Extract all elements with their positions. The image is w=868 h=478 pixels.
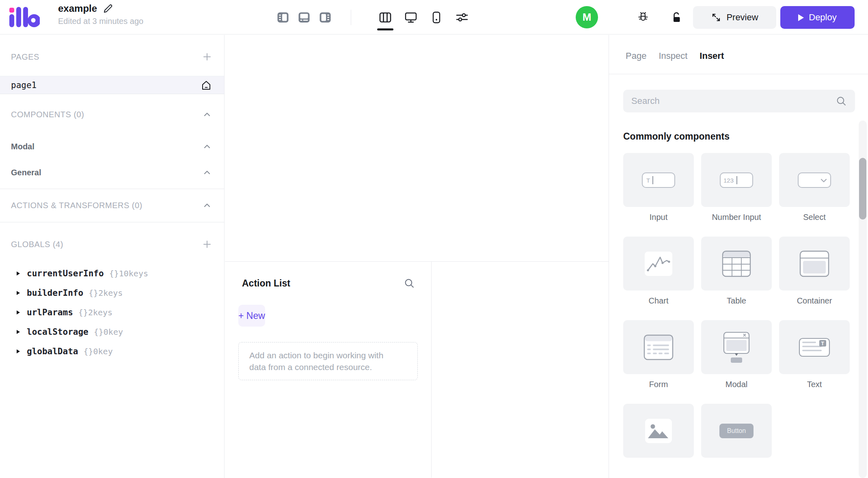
number-input-widget-icon: 123 [718, 171, 755, 189]
right-panel: Page Inspect Insert Commonly components … [609, 35, 868, 478]
new-action-label: + New [238, 310, 265, 321]
components-section-header[interactable]: COMPONENTS (0) [11, 108, 212, 121]
avatar[interactable]: M [576, 6, 598, 28]
app-title: example [58, 3, 97, 14]
component-card-text[interactable]: T Text [779, 320, 850, 404]
tab-inspect[interactable]: Inspect [659, 51, 687, 61]
table-widget-icon [721, 250, 752, 278]
add-global-button[interactable] [202, 239, 212, 249]
svg-text:T: T [821, 341, 825, 347]
desktop-preview-button[interactable] [404, 11, 418, 24]
collapse-general-chevron-icon[interactable] [202, 168, 212, 177]
component-card-number-input[interactable]: 123 Number Input [701, 153, 772, 237]
component-group-modal[interactable]: Modal [11, 140, 212, 153]
toggle-bottom-panel-button[interactable] [298, 11, 310, 24]
component-label: Container [779, 295, 850, 306]
global-name: urlParams [27, 308, 73, 317]
component-card-image[interactable] [623, 404, 694, 458]
bottom-panel: Action List + New Add an action to begin… [225, 262, 609, 478]
collapse-components-chevron-icon[interactable] [202, 110, 212, 119]
global-value: {}2keys [89, 288, 123, 298]
component-card-input[interactable]: T Input [623, 153, 694, 237]
edited-status: Edited at 3 minutes ago [58, 17, 143, 26]
tablet-icon [430, 11, 443, 24]
right-panel-tabs: Page Inspect Insert [609, 35, 868, 74]
action-empty-state: Add an action to begin working with data… [238, 342, 418, 380]
edit-title-pencil-icon[interactable] [103, 3, 113, 14]
caret-right-icon[interactable] [15, 349, 21, 354]
add-page-button[interactable] [202, 52, 212, 62]
new-action-button[interactable]: + New [238, 305, 265, 327]
caret-right-icon[interactable] [15, 310, 21, 315]
editor-center: Action List + New Add an action to begin… [225, 35, 609, 478]
toggle-left-panel-button[interactable] [277, 11, 289, 24]
component-card-select[interactable]: Select [779, 153, 850, 237]
fluid-width-view-button[interactable] [378, 11, 392, 24]
component-card-container[interactable]: Container [779, 237, 850, 320]
unlock-icon [670, 11, 683, 24]
global-name: globalData [27, 347, 78, 356]
sidebar-divider [0, 189, 224, 189]
svg-text:T: T [646, 177, 650, 184]
preview-button[interactable]: Preview [693, 6, 776, 29]
global-value: {}2keys [78, 308, 112, 317]
component-card-modal[interactable]: Modal [701, 320, 772, 404]
component-card-chart[interactable]: Chart [623, 237, 694, 320]
access-lock-button[interactable] [670, 11, 683, 24]
caret-right-icon[interactable] [15, 329, 21, 335]
page-list-item-page1[interactable]: page1 [0, 76, 224, 94]
component-label: Table [701, 295, 772, 306]
search-actions-icon[interactable] [404, 278, 415, 289]
global-value: {}0key [94, 327, 123, 337]
actions-section-header[interactable]: ACTIONS & TRANSFORMERS (0) [11, 198, 212, 212]
globals-header-label: GLOBALS (4) [11, 240, 63, 249]
component-card-button[interactable]: Button [701, 404, 772, 458]
component-card-form[interactable]: Form [623, 320, 694, 404]
component-label: Chart [623, 295, 694, 306]
caret-right-icon[interactable] [15, 271, 21, 276]
component-search-box [623, 90, 855, 112]
action-empty-hint: Add an action to begin working with data… [249, 349, 399, 373]
global-name: builderInfo [27, 288, 83, 298]
illa-builder-window: example Edited at 3 minutes ago [0, 0, 868, 478]
global-item-builderInfo[interactable]: builderInfo {}2keys [0, 283, 224, 303]
columns-layout-icon [378, 11, 392, 24]
container-widget-icon [799, 250, 830, 278]
action-list-panel: Action List + New Add an action to begin… [225, 262, 432, 478]
action-list-header: Action List [225, 262, 431, 289]
monitor-icon [404, 11, 418, 24]
global-item-localStorage[interactable]: localStorage {}0key [0, 322, 224, 342]
component-search-input[interactable] [631, 96, 836, 106]
deploy-button[interactable]: Deploy [780, 6, 855, 29]
pages-header-label: PAGES [11, 52, 39, 62]
canvas-settings-button[interactable] [455, 11, 469, 24]
illa-logo[interactable] [9, 6, 40, 28]
component-label: Form [623, 379, 694, 390]
collapse-modal-chevron-icon[interactable] [202, 142, 212, 151]
global-item-urlParams[interactable]: urlParams {}2keys [0, 303, 224, 322]
global-value: {}10keys [109, 269, 148, 278]
toggle-right-panel-button[interactable] [319, 11, 331, 24]
canvas[interactable] [225, 35, 609, 262]
right-panel-scrollbar[interactable] [859, 158, 866, 220]
commonly-components-heading: Commonly components [623, 130, 854, 142]
topbar: example Edited at 3 minutes ago [0, 0, 868, 34]
active-view-indicator [377, 28, 393, 30]
right-panel-scroll-track[interactable] [859, 121, 867, 478]
global-name: currentUserInfo [27, 269, 104, 278]
global-item-globalData[interactable]: globalData {}0key [0, 342, 224, 361]
mobile-preview-button[interactable] [430, 11, 443, 24]
tab-page[interactable]: Page [626, 51, 646, 61]
global-item-currentUserInfo[interactable]: currentUserInfo {}10keys [0, 264, 224, 283]
component-label: Select [779, 212, 850, 223]
sliders-icon [455, 11, 469, 24]
component-label: Text [779, 379, 850, 390]
caret-right-icon[interactable] [15, 290, 21, 296]
search-icon[interactable] [836, 96, 847, 107]
collapse-actions-chevron-icon[interactable] [202, 200, 212, 210]
global-value: {}0key [83, 347, 112, 356]
component-group-general[interactable]: General [11, 166, 212, 179]
tab-insert[interactable]: Insert [700, 51, 724, 61]
component-card-table[interactable]: Table [701, 237, 772, 320]
debug-button[interactable] [637, 11, 650, 24]
